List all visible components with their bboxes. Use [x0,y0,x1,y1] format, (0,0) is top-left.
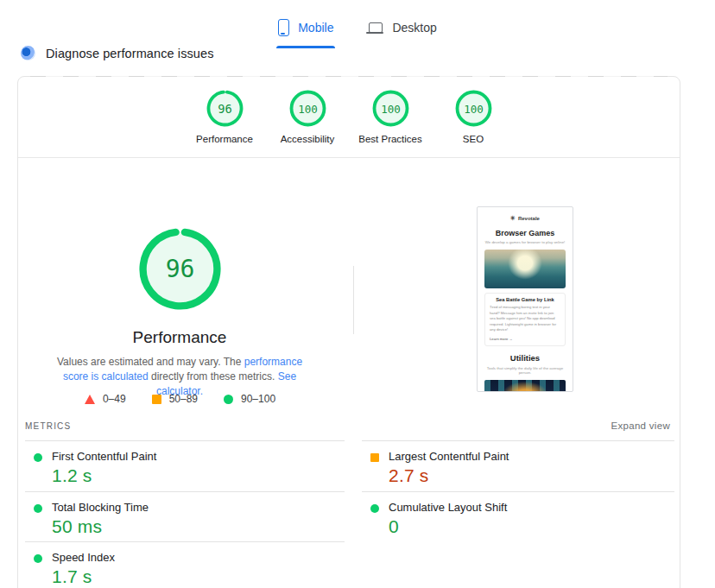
category-gauges: 96 Performance 100 Accessibility 100 Bes… [18,90,680,144]
fail-triangle-icon [85,395,95,404]
metrics-section-label: METRICS [25,421,71,431]
metric-name: Cumulative Layout Shift [389,501,507,514]
metric-row-speed-index: Speed Index 1.7 s [25,541,345,588]
metric-value: 50 ms [52,516,149,537]
category-seo[interactable]: 100 SEO [432,90,515,144]
legend-fail: 0–49 [85,393,126,405]
tab-mobile[interactable]: Mobile [276,12,335,48]
mobile-phone-icon [278,19,289,36]
thumb-learn-more-link: Learn more → [490,337,560,341]
thumb-brand-name: Revotale [518,216,540,221]
metrics-header: METRICS Expand view [25,420,670,431]
thumb-subheading-utilities: Tools that simplify the daily life of th… [478,366,573,375]
score-legend: 0–49 50–89 90–100 [18,393,342,405]
performance-gauge-icon: 96 [206,90,244,127]
category-accessibility[interactable]: 100 Accessibility [266,90,349,144]
pass-circle-icon [34,554,42,563]
category-label: SEO [463,134,484,144]
page-screenshot-thumbnail[interactable]: ✳ Revotale Browser Games We develop a ga… [477,206,573,392]
revotale-logo-icon: ✳ [510,215,516,221]
thumb-subheading: We develop a games for browser to play o… [478,240,573,244]
performance-title: Performance [50,328,309,347]
pagespeed-report: Mobile Desktop Diagnose performance issu… [0,0,715,588]
metric-name: Total Blocking Time [52,501,149,514]
metric-value: 1.2 s [52,465,156,486]
svg-text:100: 100 [298,103,318,116]
metrics-grid: First Contentful Paint 1.2 s Total Block… [25,440,674,588]
metric-value: 2.7 s [389,465,509,486]
thumb-card-text: Tired of messaging boring text in your h… [490,305,560,333]
metric-row-lcp: Largest Contentful Paint 2.7 s [362,440,674,491]
section-header: Diagnose performance issues [21,46,214,60]
tab-mobile-label: Mobile [298,21,333,35]
thumb-sea-image [484,250,566,288]
thumb-game-card: Sea Battle Game by Link Tired of messagi… [484,293,566,346]
category-best-practices[interactable]: 100 Best Practices [349,90,432,144]
category-label: Best Practices [358,134,422,144]
metric-name: First Contentful Paint [52,450,156,463]
vertical-divider [353,266,354,334]
category-label: Performance [196,134,253,144]
disclaimer-text: Values are estimated and may vary. The [57,356,244,368]
desktop-laptop-icon [366,22,383,35]
metrics-column-right: Largest Contentful Paint 2.7 s Cumulativ… [362,440,674,588]
pass-circle-icon [34,504,42,513]
expand-view-link[interactable]: Expand view [611,420,670,431]
svg-text:100: 100 [381,103,401,116]
pass-circle-icon [34,453,42,462]
metric-name: Largest Contentful Paint [389,450,509,463]
accessibility-gauge-icon: 100 [289,90,326,127]
metric-row-cls: Cumulative Layout Shift 0 [362,491,674,542]
thumb-utilities-image [484,380,566,393]
pass-circle-icon [370,504,379,513]
legend-label: 0–49 [103,393,126,405]
thumb-heading-utilities: Utilities [478,353,573,363]
seo-gauge-icon: 100 [455,90,492,127]
tab-desktop[interactable]: Desktop [364,12,438,48]
metrics-column-left: First Contentful Paint 1.2 s Total Block… [25,440,345,588]
tab-desktop-label: Desktop [392,21,436,35]
thumb-brand: ✳ Revotale [478,215,573,221]
category-performance[interactable]: 96 Performance [183,90,266,144]
disclaimer-text: directly from these metrics. [149,370,278,383]
divider [18,157,680,158]
svg-text:100: 100 [464,103,484,116]
legend-label: 50–89 [169,393,198,405]
device-tabs: Mobile Desktop [0,12,715,48]
metric-value: 0 [389,516,507,537]
best-practices-gauge-icon: 100 [372,90,409,127]
svg-text:96: 96 [218,102,232,116]
svg-text:96: 96 [166,255,195,283]
category-label: Accessibility [281,134,335,144]
section-title: Diagnose performance issues [46,47,214,60]
metric-name: Speed Index [52,551,115,564]
average-square-icon [370,453,379,462]
performance-score-gauge: 96 [138,227,222,311]
metric-value: 1.7 s [52,566,115,587]
metric-row-tbt: Total Blocking Time 50 ms [25,491,345,542]
average-square-icon [152,395,161,404]
legend-pass: 90–100 [224,393,275,405]
thumb-card-title: Sea Battle Game by Link [490,297,560,302]
thumb-heading: Browser Games [478,229,573,237]
lighthouse-icon [21,46,35,60]
report-card: 96 Performance 100 Accessibility 100 Bes… [17,76,680,588]
legend-average: 50–89 [152,393,198,405]
pass-circle-icon [224,395,233,404]
metric-row-fcp: First Contentful Paint 1.2 s [25,440,345,491]
legend-label: 90–100 [241,393,275,405]
